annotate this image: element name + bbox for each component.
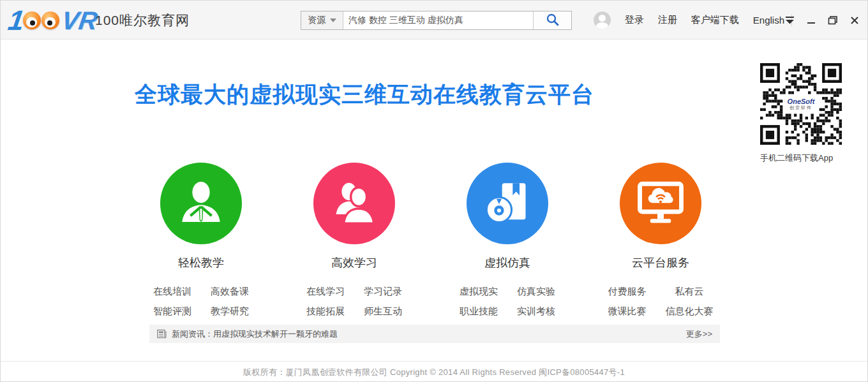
feature-title[interactable]: 云平台服务 bbox=[632, 255, 689, 270]
feature-link[interactable]: 信息化大赛 bbox=[666, 305, 714, 318]
feature-simulation-circle[interactable] bbox=[467, 163, 548, 244]
feature-title[interactable]: 虚拟仿真 bbox=[484, 255, 530, 270]
qr-center-logo: OneSoft 创壹软件 bbox=[786, 98, 816, 110]
avatar[interactable] bbox=[594, 11, 611, 29]
feature-title[interactable]: 高效学习 bbox=[331, 255, 377, 270]
search-icon bbox=[546, 13, 560, 29]
news-bar: 新闻资讯：用虚拟现实技术解开一颗牙的难题 更多>> bbox=[149, 325, 720, 343]
feature-link[interactable]: 教学研究 bbox=[211, 305, 249, 318]
chevron-down-icon bbox=[330, 18, 336, 22]
restore-icon[interactable] bbox=[825, 13, 841, 28]
logo-digit-one: 1 bbox=[6, 8, 24, 33]
user-area: 登录 注册 客户端下载 English bbox=[594, 1, 784, 40]
feature-link[interactable]: 学习记录 bbox=[364, 286, 402, 298]
cloud-monitor-icon bbox=[635, 177, 686, 230]
newspaper-icon bbox=[157, 329, 167, 339]
feature-simulation: 虚拟仿真 虚拟现实 仿真实验 职业技能 实训考核 bbox=[431, 163, 584, 318]
news-more-link[interactable]: 更多>> bbox=[686, 328, 712, 340]
feature-teaching-circle[interactable] bbox=[160, 163, 242, 244]
close-icon[interactable] bbox=[847, 13, 862, 28]
feature-cloud: 云平台服务 付费服务 私有云 微课比赛 信息化大赛 bbox=[584, 163, 737, 318]
search-input[interactable] bbox=[343, 11, 533, 29]
feature-link[interactable]: 师生互动 bbox=[364, 305, 402, 318]
features-row: 轻松教学 在线培训 高效备课 智能评测 教学研究 高 bbox=[124, 163, 737, 318]
qr-brand-text: OneSoft bbox=[788, 98, 815, 105]
client-download-link[interactable]: 客户端下载 bbox=[691, 14, 739, 26]
feature-link[interactable]: 在线学习 bbox=[306, 286, 345, 298]
feature-links: 虚拟现实 仿真实验 职业技能 实训考核 bbox=[460, 286, 555, 318]
logo-vr-text: VR bbox=[61, 8, 100, 33]
feature-link[interactable]: 在线培训 bbox=[153, 286, 191, 298]
feature-link[interactable]: 高效备课 bbox=[211, 286, 249, 298]
feature-links: 在线培训 高效备课 智能评测 教学研究 bbox=[153, 286, 249, 318]
search-category-label: 资源 bbox=[308, 15, 326, 26]
menu-arrow-icon[interactable] bbox=[782, 13, 797, 28]
login-link[interactable]: 登录 bbox=[625, 14, 644, 26]
app-window: 1 VR 100唯尔教育网 资源 登录 bbox=[0, 0, 868, 382]
book-disc-icon bbox=[483, 178, 532, 229]
feature-link[interactable]: 技能拓展 bbox=[306, 305, 345, 318]
qr-brand-subtext: 创壹软件 bbox=[788, 105, 815, 110]
feature-teaching: 轻松教学 在线培训 高效备课 智能评测 教学研究 bbox=[124, 163, 278, 318]
feature-link[interactable]: 微课比赛 bbox=[608, 305, 647, 318]
feature-learning: 高效学习 在线学习 学习记录 技能拓展 师生互动 bbox=[278, 163, 431, 318]
feature-link[interactable]: 仿真实验 bbox=[517, 286, 555, 298]
logo-eye-icon bbox=[23, 11, 41, 29]
feature-cloud-circle[interactable] bbox=[620, 163, 701, 244]
feature-learning-circle[interactable] bbox=[313, 163, 395, 244]
qr-caption: 手机二维码下载App bbox=[760, 152, 842, 164]
footer: 版权所有：厦门凤凰创壹软件有限公司 Copyright © 2014 All R… bbox=[1, 361, 867, 382]
feature-link[interactable]: 私有云 bbox=[675, 286, 704, 298]
language-link[interactable]: English bbox=[753, 15, 784, 26]
search-box: 资源 bbox=[301, 11, 572, 30]
students-icon bbox=[330, 178, 378, 229]
qr-block: OneSoft 创壹软件 手机二维码下载App bbox=[760, 63, 842, 164]
main-headline: 全球最大的虚拟现实三维互动在线教育云平台 bbox=[1, 80, 728, 110]
feature-links: 付费服务 私有云 微课比赛 信息化大赛 bbox=[608, 286, 714, 318]
top-bar: 1 VR 100唯尔教育网 资源 登录 bbox=[1, 1, 867, 40]
register-link[interactable]: 注册 bbox=[658, 14, 677, 26]
feature-links: 在线学习 学习记录 技能拓展 师生互动 bbox=[306, 286, 402, 318]
feature-link[interactable]: 付费服务 bbox=[608, 286, 647, 298]
feature-title[interactable]: 轻松教学 bbox=[178, 255, 224, 270]
copyright-text: 版权所有：厦门凤凰创壹软件有限公司 Copyright © 2014 All R… bbox=[243, 367, 625, 378]
feature-link[interactable]: 智能评测 bbox=[153, 305, 191, 318]
qr-code: OneSoft 创壹软件 bbox=[760, 63, 842, 145]
teacher-icon bbox=[177, 178, 225, 229]
site-logo[interactable]: 1 VR bbox=[8, 6, 98, 34]
feature-link[interactable]: 虚拟现实 bbox=[460, 286, 498, 298]
feature-link[interactable]: 实训考核 bbox=[517, 305, 555, 318]
logo-eye-icon bbox=[41, 11, 59, 29]
search-button[interactable] bbox=[533, 11, 571, 29]
minimize-icon[interactable] bbox=[804, 13, 819, 28]
feature-link[interactable]: 职业技能 bbox=[460, 305, 498, 318]
news-headline-link[interactable]: 新闻资讯：用虚拟现实技术解开一颗牙的难题 bbox=[172, 328, 338, 340]
search-category-dropdown[interactable]: 资源 bbox=[301, 11, 343, 29]
page-title: 100唯尔教育网 bbox=[95, 1, 190, 40]
window-controls bbox=[782, 1, 862, 40]
